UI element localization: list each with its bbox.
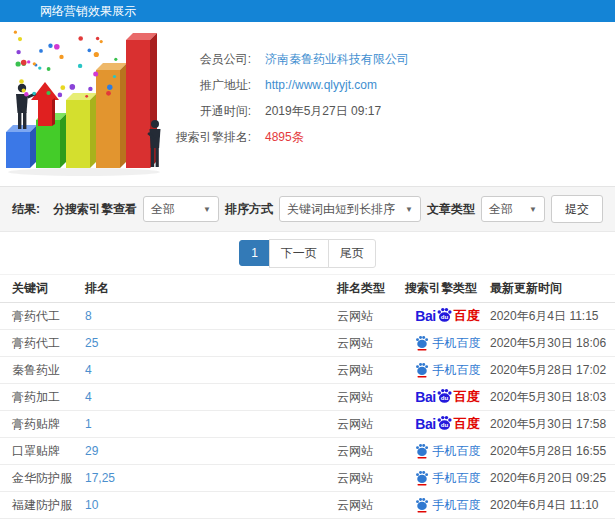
rank-link[interactable]: 4 — [85, 363, 337, 377]
info-field-row: 推广地址:http://www.qlyyjt.com — [155, 72, 409, 98]
page-header: 网络营销效果展示 — [0, 0, 615, 22]
rank-link[interactable]: 8 — [85, 309, 337, 323]
baidu-mobile-text: 手机百度 — [433, 362, 481, 379]
baidu-mobile-text: 手机百度 — [433, 335, 481, 352]
keyword-cell: 秦鲁药业 — [0, 362, 85, 379]
company-info-fields: 会员公司:济南秦鲁药业科技有限公司推广地址:http://www.qlyyjt.… — [155, 46, 409, 150]
baidu-paw-icon: du — [436, 307, 453, 325]
businessman-left-figure — [16, 84, 36, 129]
pagination-page-1[interactable]: 1 — [239, 240, 270, 266]
baidu-pc-logo: Baidu百度 — [415, 415, 479, 433]
baidu-du-text: du — [440, 421, 448, 428]
info-field-row: 会员公司:济南秦鲁药业科技有限公司 — [155, 46, 409, 72]
baidu-mobile-paw-icon — [415, 497, 429, 513]
baidu-mobile-paw-icon — [415, 335, 429, 351]
column-header: 关键词 — [0, 280, 85, 297]
column-header: 排名类型 — [337, 280, 405, 297]
baidu-bai-text: Bai — [415, 308, 435, 324]
sort-order-select[interactable]: 关键词由短到长排序▼ — [279, 196, 421, 222]
pagination: 1下一页尾页 — [0, 232, 615, 274]
baidu-du-text: du — [440, 313, 448, 320]
keyword-cell: 膏药代工 — [0, 335, 85, 352]
select-value: 全部 — [489, 201, 513, 218]
rank-type-cell: 云网站 — [337, 308, 405, 325]
baidu-cn-text: 百度 — [454, 388, 480, 406]
bar-chart-illustration — [4, 28, 168, 178]
baidu-mobile-logo: 手机百度 — [415, 362, 481, 379]
rank-link[interactable]: 1 — [85, 417, 337, 431]
rank-link[interactable]: 4 — [85, 390, 337, 404]
filter-label: 文章类型 — [427, 201, 475, 218]
table-row: 秦鲁药业4云网站手机百度2020年5月28日 17:02 — [0, 357, 615, 384]
info-field-label: 会员公司: — [155, 46, 251, 72]
baidu-bai-text: Bai — [415, 416, 435, 432]
table-row: 金华防护服17,25云网站手机百度2020年6月20日 09:25 — [0, 465, 615, 492]
keyword-ranking-table: 关键词排名排名类型搜索引擎类型最新更新时间 膏药代工8云网站Baidu百度202… — [0, 274, 615, 520]
page-title: 网络营销效果展示 — [40, 4, 136, 18]
select-value: 关键词由短到长排序 — [287, 201, 395, 218]
baidu-cn-text: 百度 — [454, 307, 480, 325]
rank-type-cell: 云网站 — [337, 416, 405, 433]
info-field-row: 开通时间:2019年5月27日 09:17 — [155, 98, 409, 124]
select-value: 全部 — [151, 201, 175, 218]
table-header-row: 关键词排名排名类型搜索引擎类型最新更新时间 — [0, 274, 615, 303]
pagination-next-button[interactable]: 下一页 — [269, 239, 329, 268]
keyword-cell: 口罩贴牌 — [0, 443, 85, 460]
filter-label: 分搜索引擎查看 — [53, 201, 137, 218]
engine-cell: 手机百度 — [405, 497, 490, 514]
info-field-value[interactable]: 济南秦鲁药业科技有限公司 — [265, 46, 409, 72]
info-field-value: 4895条 — [265, 124, 304, 150]
pagination-last-button[interactable]: 尾页 — [328, 239, 376, 268]
results-filter-bar: 结果: 分搜索引擎查看全部▼排序方式关键词由短到长排序▼文章类型全部▼提交 — [0, 186, 615, 232]
article-type-select[interactable]: 全部▼ — [481, 196, 545, 222]
baidu-mobile-logo: 手机百度 — [415, 443, 481, 460]
table-row: 膏药加工4云网站Baidu百度2020年5月30日 18:03 — [0, 384, 615, 411]
keyword-cell: 膏药贴牌 — [0, 416, 85, 433]
baidu-paw-icon: du — [436, 415, 453, 433]
baidu-mobile-paw-icon — [415, 362, 429, 378]
rank-link[interactable]: 29 — [85, 444, 337, 458]
updated-cell: 2020年5月30日 18:06 — [490, 335, 615, 352]
chevron-down-icon: ▼ — [523, 205, 537, 214]
column-header: 排名 — [85, 280, 337, 297]
submit-button[interactable]: 提交 — [551, 195, 603, 223]
info-field-value[interactable]: http://www.qlyyjt.com — [265, 72, 377, 98]
info-field-label: 推广地址: — [155, 72, 251, 98]
updated-cell: 2020年6月4日 11:15 — [490, 308, 615, 325]
red-arrow-icon — [31, 82, 59, 126]
rank-type-cell: 云网站 — [337, 470, 405, 487]
info-field-value: 2019年5月27日 09:17 — [265, 98, 381, 124]
chevron-down-icon: ▼ — [197, 205, 211, 214]
baidu-paw-icon: du — [436, 388, 453, 406]
engine-cell: Baidu百度 — [405, 388, 490, 406]
info-field-label: 搜索引擎排名: — [155, 124, 251, 150]
updated-cell: 2020年5月30日 17:58 — [490, 416, 615, 433]
baidu-mobile-paw-icon — [415, 443, 429, 459]
baidu-cn-text: 百度 — [454, 415, 480, 433]
updated-cell: 2020年6月20日 09:25 — [490, 470, 615, 487]
keyword-cell: 福建防护服 — [0, 497, 85, 514]
rank-link[interactable]: 10 — [85, 498, 337, 512]
baidu-mobile-logo: 手机百度 — [415, 335, 481, 352]
baidu-mobile-logo: 手机百度 — [415, 470, 481, 487]
engine-cell: 手机百度 — [405, 443, 490, 460]
baidu-pc-logo: Baidu百度 — [415, 388, 479, 406]
table-row: 福建防护服10云网站手机百度2020年6月4日 11:10 — [0, 492, 615, 519]
rank-link[interactable]: 17,25 — [85, 471, 337, 485]
baidu-mobile-logo: 手机百度 — [415, 497, 481, 514]
chevron-down-icon: ▼ — [399, 205, 413, 214]
table-row: 膏药代工25云网站手机百度2020年5月30日 18:06 — [0, 330, 615, 357]
table-row: 膏药代工8云网站Baidu百度2020年6月4日 11:15 — [0, 303, 615, 330]
rank-link[interactable]: 25 — [85, 336, 337, 350]
engine-cell: 手机百度 — [405, 335, 490, 352]
keyword-cell: 膏药加工 — [0, 389, 85, 406]
rank-type-cell: 云网站 — [337, 362, 405, 379]
filter-label: 排序方式 — [225, 201, 273, 218]
chart-bars — [6, 33, 157, 168]
rank-type-cell: 云网站 — [337, 335, 405, 352]
engine-cell: Baidu百度 — [405, 415, 490, 433]
table-row: 膏药贴牌1云网站Baidu百度2020年5月30日 17:58 — [0, 411, 615, 438]
updated-cell: 2020年6月4日 11:10 — [490, 497, 615, 514]
company-info-section: 会员公司:济南秦鲁药业科技有限公司推广地址:http://www.qlyyjt.… — [0, 22, 615, 186]
engine-filter-select[interactable]: 全部▼ — [143, 196, 219, 222]
